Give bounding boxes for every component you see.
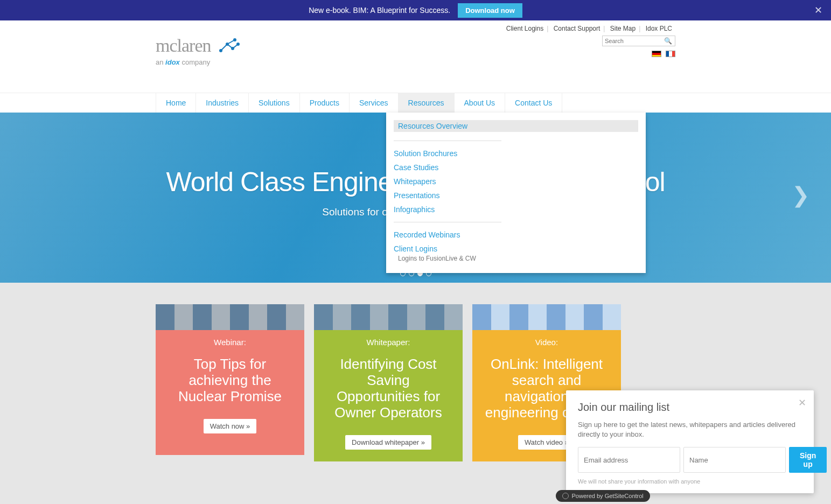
utility-links: Client Logins| Contact Support| Site Map… — [156, 25, 675, 32]
mailing-list-popup: ✕ Join our mailing list Sign up here to … — [566, 390, 814, 483]
dropdown-item-case-studies[interactable]: Case Studies — [394, 160, 501, 174]
dropdown-item-solution-brochures[interactable]: Solution Brochures — [394, 146, 501, 160]
svg-point-6 — [233, 38, 236, 41]
popup-name-input[interactable] — [683, 447, 786, 473]
promo-banner: New e-book. BIM: A Blueprint for Success… — [0, 0, 831, 20]
nav-industries[interactable]: Industries — [196, 93, 249, 113]
nav-solutions[interactable]: Solutions — [249, 93, 300, 113]
dropdown-item-recorded-webinars[interactable]: Recorded Webinars — [394, 228, 501, 242]
card-kind: Video: — [483, 338, 610, 347]
card-kind: Webinar: — [166, 338, 294, 347]
popup-fineprint: We will not share your information with … — [578, 478, 802, 483]
logo-network-icon — [217, 36, 241, 57]
download-now-button[interactable]: Download now — [458, 3, 522, 18]
banner-close-icon[interactable]: ✕ — [814, 4, 822, 16]
svg-point-8 — [236, 43, 240, 46]
nav-contact-us[interactable]: Contact Us — [505, 93, 562, 113]
nav-services[interactable]: Services — [350, 93, 399, 113]
search-icon[interactable]: 🔍 — [664, 37, 672, 45]
card-whitepaper[interactable]: Whitepaper: Identifying Cost Saving Oppo… — [314, 304, 463, 461]
svg-point-4 — [219, 49, 222, 52]
carousel-next-icon[interactable]: ❯ — [792, 183, 810, 207]
flag-de-icon[interactable] — [652, 51, 661, 57]
promo-banner-text: New e-book. BIM: A Blueprint for Success… — [309, 6, 450, 15]
popup-title: Join our mailing list — [578, 401, 802, 414]
dropdown-sub-client-logins: Logins to FusionLive & CW — [394, 255, 501, 262]
logo-tagline: an idox company — [156, 58, 241, 66]
card-thumb — [472, 304, 621, 330]
card-thumb — [156, 304, 304, 330]
popup-email-input[interactable] — [578, 447, 680, 473]
svg-point-5 — [226, 43, 229, 46]
logo-brand: mclaren — [156, 36, 211, 55]
dropdown-item-presentations[interactable]: Presentations — [394, 188, 501, 202]
nav-resources[interactable]: Resources — [399, 93, 455, 113]
dropdown-item-client-logins[interactable]: Client Logins — [394, 242, 501, 256]
dropdown-overview[interactable]: Resources Overview — [394, 120, 638, 132]
card-webinar[interactable]: Webinar: Top Tips for achieving the Nucl… — [156, 304, 304, 461]
card-kind: Whitepaper: — [325, 338, 452, 347]
dropdown-item-whitepapers[interactable]: Whitepapers — [394, 174, 501, 188]
popup-close-icon[interactable]: ✕ — [798, 397, 806, 409]
card-button-watch-now[interactable]: Watch now » — [204, 419, 257, 433]
nav-about-us[interactable]: About Us — [455, 93, 506, 113]
dropdown-item-infographics[interactable]: Infographics — [394, 202, 501, 216]
logo[interactable]: mclaren an idox company — [156, 36, 241, 66]
card-button-download-whitepaper[interactable]: Download whitepaper » — [345, 435, 431, 450]
card-thumb — [314, 304, 463, 330]
nav-home[interactable]: Home — [156, 93, 196, 113]
search-box[interactable]: 🔍 — [602, 36, 675, 46]
card-title: Top Tips for achieving the Nuclear Promi… — [166, 356, 294, 405]
util-link-idox-plc[interactable]: Idox PLC — [643, 25, 675, 32]
svg-point-7 — [231, 47, 234, 50]
popup-signup-button[interactable]: Sign up — [789, 447, 827, 473]
main-nav: Home Industries Solutions Products Servi… — [156, 93, 675, 113]
util-link-client-logins[interactable]: Client Logins — [503, 25, 547, 32]
popup-body: Sign up here to get the latest news, whi… — [578, 420, 802, 439]
resources-dropdown: Resources Overview Solution Brochures Ca… — [386, 113, 646, 273]
card-title: Identifying Cost Saving Opportunities fo… — [325, 356, 452, 421]
flag-fr-icon[interactable] — [666, 51, 675, 57]
nav-products[interactable]: Products — [300, 93, 350, 113]
search-input[interactable] — [605, 38, 664, 44]
util-link-contact-support[interactable]: Contact Support — [550, 25, 604, 32]
util-link-site-map[interactable]: Site Map — [607, 25, 639, 32]
